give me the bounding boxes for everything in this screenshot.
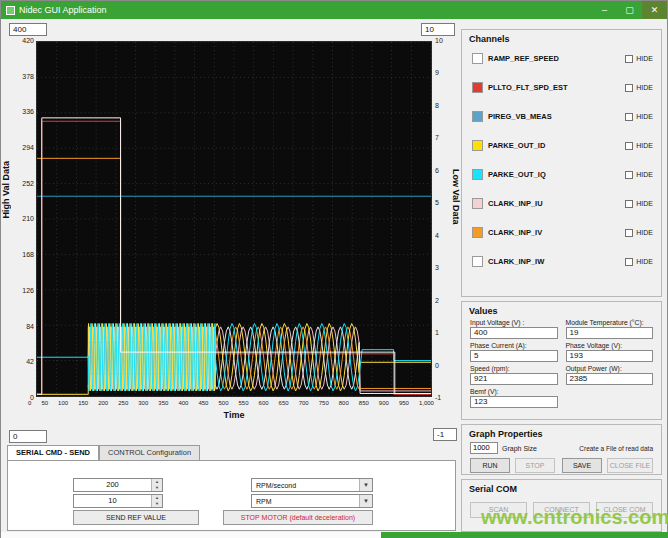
tick-label: 750 bbox=[319, 400, 329, 406]
send-ref-value-button[interactable]: SEND REF VALUE bbox=[73, 510, 199, 525]
hide-label: HIDE bbox=[636, 55, 653, 62]
high-axis-max-input[interactable]: 400 bbox=[9, 23, 47, 36]
checkbox-icon[interactable] bbox=[625, 55, 633, 63]
hide-checkbox[interactable]: HIDE bbox=[625, 200, 653, 208]
hide-label: HIDE bbox=[636, 113, 653, 120]
checkbox-icon[interactable] bbox=[625, 258, 633, 266]
tick-label: 168 bbox=[22, 251, 34, 258]
channel-color-swatch bbox=[472, 111, 483, 122]
close-button[interactable]: ✕ bbox=[642, 1, 667, 19]
spinner-arrows-icon[interactable]: ▲▼ bbox=[151, 479, 162, 491]
channel-label: CLARK_INP_IW bbox=[488, 257, 544, 266]
tick-label: 420 bbox=[22, 37, 34, 44]
tick-label: 210 bbox=[22, 215, 34, 222]
speed-unit-dropdown[interactable]: RPM/second ▼ bbox=[251, 478, 373, 492]
value-input[interactable]: 400 bbox=[470, 327, 558, 339]
value-input[interactable]: 123 bbox=[470, 396, 558, 408]
values-grid: Input Voltage (V) :400Module Temperature… bbox=[462, 316, 661, 408]
tick-label: 6 bbox=[435, 167, 451, 174]
hide-checkbox[interactable]: HIDE bbox=[625, 84, 653, 92]
value-input[interactable]: 193 bbox=[566, 350, 654, 362]
channel-row: RAMP_REF_SPEEDHIDE bbox=[462, 44, 661, 73]
tick-label: 0 bbox=[435, 362, 451, 369]
spinner-arrows-icon[interactable]: ▲▼ bbox=[151, 495, 162, 507]
tick-label: 294 bbox=[22, 144, 34, 151]
tick-label: 150 bbox=[78, 400, 88, 406]
channel-row: PIREG_VB_MEASHIDE bbox=[462, 102, 661, 131]
checkbox-icon[interactable] bbox=[625, 171, 633, 179]
low-axis-min-input[interactable]: -1 bbox=[433, 428, 457, 441]
tick-label: 1,000 bbox=[419, 400, 434, 406]
graph-size-input[interactable]: 1000 bbox=[470, 442, 498, 454]
minimize-button[interactable]: – bbox=[592, 1, 617, 19]
tick-label: -1 bbox=[435, 394, 451, 401]
checkbox-icon[interactable] bbox=[625, 84, 633, 92]
value-label: Phase Current (A): bbox=[470, 342, 558, 349]
serial-com-title: Serial COM bbox=[462, 480, 661, 494]
ref-speed-spinner[interactable]: 200 ▲▼ bbox=[73, 478, 163, 492]
hide-checkbox[interactable]: HIDE bbox=[625, 258, 653, 266]
hide-label: HIDE bbox=[636, 258, 653, 265]
dropdown-arrow-icon: ▼ bbox=[359, 495, 372, 507]
hide-checkbox[interactable]: HIDE bbox=[625, 113, 653, 121]
stop-button[interactable]: STOP bbox=[515, 458, 555, 473]
channel-color-swatch bbox=[472, 198, 483, 209]
channel-color-swatch bbox=[472, 227, 483, 238]
value-field: Module Temperature (°C):19 bbox=[566, 319, 654, 339]
save-button[interactable]: SAVE bbox=[562, 458, 602, 473]
channel-label: CLARK_INP_IU bbox=[488, 199, 543, 208]
channel-label: PIREG_VB_MEAS bbox=[488, 112, 552, 121]
accel-value: 10 bbox=[74, 495, 151, 507]
high-axis-label: High Val Data bbox=[1, 161, 11, 219]
value-input[interactable]: 921 bbox=[470, 373, 558, 385]
hide-checkbox[interactable]: HIDE bbox=[625, 55, 653, 63]
checkbox-icon[interactable] bbox=[625, 200, 633, 208]
hide-checkbox[interactable]: HIDE bbox=[625, 171, 653, 179]
close-file-button[interactable]: CLOSE FILE bbox=[607, 458, 653, 473]
value-input[interactable]: 5 bbox=[470, 350, 558, 362]
bottom-tabstrip: SERIAL CMD - SEND CONTROL Configuration bbox=[7, 445, 200, 460]
channel-label: PARKE_OUT_IQ bbox=[488, 170, 546, 179]
hide-label: HIDE bbox=[636, 200, 653, 207]
graph-size-label: Graph Size bbox=[502, 445, 537, 452]
channel-row: CLARK_INP_IWHIDE bbox=[462, 247, 661, 276]
status-bar bbox=[381, 532, 668, 538]
accel-spinner[interactable]: 10 ▲▼ bbox=[73, 494, 163, 508]
tick-label: 950 bbox=[399, 400, 409, 406]
checkbox-icon[interactable] bbox=[625, 229, 633, 237]
tab-control-configuration[interactable]: CONTROL Configuration bbox=[99, 445, 200, 460]
graph-properties-groupbox: Graph Properties 1000 Graph Size Create … bbox=[461, 424, 662, 475]
high-axis-min-input[interactable]: 0 bbox=[9, 430, 47, 443]
maximize-button[interactable]: ▢ bbox=[617, 1, 642, 19]
value-input[interactable]: 19 bbox=[566, 327, 654, 339]
checkbox-icon[interactable] bbox=[625, 113, 633, 121]
high-axis-ticks: 42037833629425221016812684420 bbox=[13, 37, 34, 401]
ref-speed-value: 200 bbox=[74, 479, 151, 491]
rpm-unit-dropdown[interactable]: RPM ▼ bbox=[251, 494, 373, 508]
value-label: Output Power (W): bbox=[566, 365, 654, 372]
hide-checkbox[interactable]: HIDE bbox=[625, 229, 653, 237]
stop-motor-button[interactable]: STOP MOTOR (default deceleration) bbox=[223, 510, 373, 525]
checkbox-icon[interactable] bbox=[625, 142, 633, 150]
channel-color-swatch bbox=[472, 256, 483, 267]
tick-label: 250 bbox=[118, 400, 128, 406]
hide-checkbox[interactable]: HIDE bbox=[625, 142, 653, 150]
tick-label: 336 bbox=[22, 108, 34, 115]
tick-label: 7 bbox=[435, 134, 451, 141]
chart-canvas bbox=[37, 42, 431, 396]
x-axis-ticks: 0501001502002503003504004505005506006507… bbox=[28, 400, 434, 406]
run-button[interactable]: RUN bbox=[470, 458, 510, 473]
channel-color-swatch bbox=[472, 169, 483, 180]
value-label: Phase Voltage (V): bbox=[566, 342, 654, 349]
low-axis-max-input[interactable]: 10 bbox=[421, 23, 455, 36]
status-bar-left bbox=[1, 532, 381, 538]
file-hint-label: Create a File of read data bbox=[579, 445, 653, 452]
tick-label: 252 bbox=[22, 180, 34, 187]
tab-serial-cmd-send[interactable]: SERIAL CMD - SEND bbox=[7, 445, 99, 460]
value-input[interactable]: 2385 bbox=[566, 373, 654, 385]
watermark-text: www.cntronics.com bbox=[481, 506, 668, 529]
value-field: Input Voltage (V) :400 bbox=[470, 319, 558, 339]
channels-groupbox: Channels RAMP_REF_SPEEDHIDEPLLTO_FLT_SPD… bbox=[461, 29, 662, 297]
app-icon bbox=[6, 6, 15, 15]
hide-label: HIDE bbox=[636, 229, 653, 236]
